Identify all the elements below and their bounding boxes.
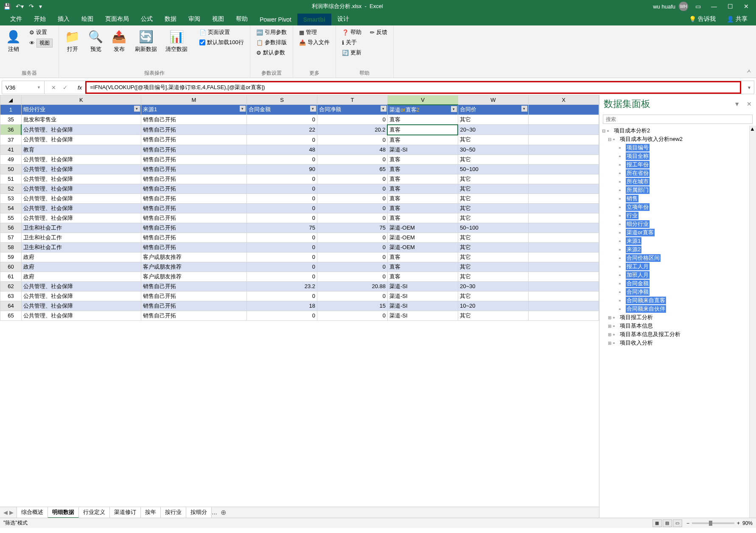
tree-node[interactable]: ▫合同额来自直客	[601, 296, 748, 305]
cell[interactable]: 卫生和社会工作	[21, 242, 141, 252]
logout-button[interactable]: 👤 注销	[4, 28, 22, 55]
cell[interactable]: 公共管理、社会保障	[21, 301, 141, 311]
cell[interactable]: 其它	[458, 203, 528, 213]
redo-icon[interactable]: ↷	[29, 3, 34, 10]
cell[interactable]: 公共管理、社会保障	[21, 281, 141, 291]
sheet-tab-行业定义[interactable]: 行业定义	[78, 507, 110, 518]
tree-node[interactable]: ▫渠道or直客	[601, 228, 748, 237]
cell[interactable]: 销售自己开拓	[141, 125, 246, 135]
cell[interactable]: 0	[246, 135, 317, 145]
close-icon[interactable]: ✕	[740, 3, 753, 10]
cell[interactable]: 公共管理、社会保障	[21, 194, 141, 203]
cell[interactable]: 渠道-OEM	[387, 233, 458, 242]
row-header[interactable]: 52	[0, 184, 22, 194]
table-row[interactable]: 35批发和零售业销售自己开拓00直客其它	[0, 115, 599, 125]
cell[interactable]: 18	[246, 301, 317, 311]
cell[interactable]: 20~30	[458, 125, 528, 135]
row-header[interactable]: 53	[0, 194, 22, 203]
tab-开始[interactable]: 开始	[28, 13, 52, 25]
cell[interactable]: 销售自己开拓	[141, 223, 246, 233]
cell[interactable]: 其它	[458, 252, 528, 262]
cell[interactable]: 65	[317, 164, 387, 174]
refresh-data-button[interactable]: 🔄刷新数据	[133, 28, 159, 55]
default-params-button[interactable]: ⚙ 默认参数	[255, 48, 288, 57]
cell[interactable]: 销售自己开拓	[141, 301, 246, 311]
tree-toggle-icon[interactable]: ⊟	[607, 137, 612, 142]
tab-公式[interactable]: 公式	[135, 13, 159, 25]
tree-node[interactable]: ▫来源1	[601, 237, 748, 245]
cell[interactable]: 公共管理、社会保障	[21, 154, 141, 164]
tree-node[interactable]: ▫所在城市	[601, 177, 748, 186]
cell[interactable]: 22	[246, 125, 317, 135]
cell[interactable]: 0	[246, 203, 317, 213]
cell[interactable]	[528, 125, 599, 135]
maximize-icon[interactable]: ☐	[724, 3, 736, 10]
tree-node[interactable]: ⊟▫项目成本分析2	[601, 126, 748, 135]
row-header[interactable]: 51	[0, 174, 22, 184]
table-row[interactable]: 49公共管理、社会保障销售自己开拓00直客其它	[0, 154, 599, 164]
cell[interactable]: 直客	[387, 184, 458, 194]
cell[interactable]: 公共管理、社会保障	[21, 164, 141, 174]
cell[interactable]: 直客	[387, 194, 458, 203]
cell[interactable]: 销售自己开拓	[141, 291, 246, 301]
cell[interactable]: 批发和零售业	[21, 115, 141, 125]
table-row[interactable]: 50公共管理、社会保障销售自己开拓9065直客50~100	[0, 164, 599, 174]
tree-node[interactable]: ▫合同额来自伙伴	[601, 305, 748, 313]
share-button[interactable]: 👤 共享	[722, 13, 752, 25]
cell[interactable]: 其它	[458, 135, 528, 145]
row-header[interactable]: 1	[0, 105, 22, 115]
tree-node[interactable]: ⊞▫项目报工分析	[601, 313, 748, 322]
row-header[interactable]: 63	[0, 291, 22, 301]
cell[interactable]: 0	[246, 174, 317, 184]
row-header[interactable]: 59	[0, 252, 22, 262]
cell[interactable]: 20.2	[317, 125, 387, 135]
filter-header-cell[interactable]: 渠道or直客2▾	[387, 105, 458, 115]
cell[interactable]: 销售自己开拓	[141, 311, 246, 320]
qat-customize-icon[interactable]: ▾	[39, 3, 42, 10]
cell[interactable]	[528, 213, 599, 223]
tree-node[interactable]: ▫来源2	[601, 245, 748, 254]
user-avatar[interactable]: WH	[679, 2, 688, 11]
tree-node[interactable]: ⊞▫项目收入分析	[601, 339, 748, 347]
minimize-icon[interactable]: —	[708, 3, 720, 10]
panel-dropdown-icon[interactable]: ▼	[734, 101, 740, 107]
sheet-tab-明细数据[interactable]: 明细数据	[48, 507, 79, 518]
row-header[interactable]: 55	[0, 213, 22, 223]
cell[interactable]	[528, 291, 599, 301]
filter-header-cell[interactable]: 细分行业▾	[21, 105, 141, 115]
sheet-nav-next-icon[interactable]: ▶	[9, 509, 14, 516]
table-row[interactable]: 54公共管理、社会保障销售自己开拓00直客其它	[0, 203, 599, 213]
row-header[interactable]: 54	[0, 203, 22, 213]
tab-数据[interactable]: 数据	[159, 13, 182, 25]
cell[interactable]	[528, 252, 599, 262]
sheet-tab-按细分[interactable]: 按细分	[186, 507, 212, 518]
filter-header-cell[interactable]: 来源1▾	[141, 105, 246, 115]
table-row[interactable]: 36公共管理、社会保障销售自己开拓2220.2直客20~30	[0, 125, 599, 135]
tree-node[interactable]: ▫项目全称	[601, 152, 748, 160]
row-header[interactable]: 35	[0, 115, 22, 125]
cell[interactable]: 其它	[458, 311, 528, 320]
cell[interactable]: 其它	[458, 213, 528, 223]
tree-node[interactable]: ▫合同价格区间	[601, 254, 748, 262]
fx-icon[interactable]: fx	[74, 84, 85, 91]
cell[interactable]: 公共管理、社会保障	[21, 174, 141, 184]
cell[interactable]: 渠道-OEM	[387, 223, 458, 233]
settings-button[interactable]: ⚙ 设置	[28, 28, 54, 36]
col-header-X[interactable]: X	[528, 95, 599, 105]
cell[interactable]: 销售自己开拓	[141, 233, 246, 242]
cell[interactable]: 渠道-SI	[387, 281, 458, 291]
cell[interactable]: 教育	[21, 145, 141, 154]
row-header[interactable]: 65	[0, 311, 22, 320]
tab-页面布局[interactable]: 页面布局	[99, 13, 135, 25]
cell[interactable]: 销售自己开拓	[141, 213, 246, 223]
cell[interactable]: 其它	[458, 262, 528, 272]
cell[interactable]: 渠道-SI	[387, 311, 458, 320]
tab-插入[interactable]: 插入	[52, 13, 76, 25]
cell[interactable]: 75	[317, 223, 387, 233]
open-button[interactable]: 📁打开	[63, 28, 81, 55]
cell[interactable]: 0	[317, 154, 387, 164]
cell[interactable]: 直客	[387, 154, 458, 164]
cell[interactable]: 其它	[458, 272, 528, 281]
cell[interactable]: 渠道-SI	[387, 301, 458, 311]
cell[interactable]: 销售自己开拓	[141, 115, 246, 125]
